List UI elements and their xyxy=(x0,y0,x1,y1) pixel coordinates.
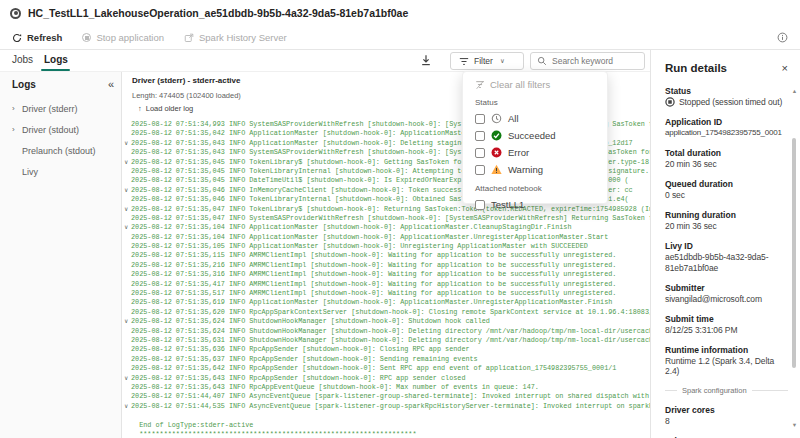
log-line: 2025-08-12 07:51:35,316 INFO AMRMClientI… xyxy=(124,270,650,279)
close-icon[interactable]: × xyxy=(782,63,788,74)
log-text: 2025-08-12 07:51:35,104 INFO Application… xyxy=(131,233,608,241)
clear-all-filters-button[interactable]: Clear all filters xyxy=(475,79,595,90)
search-input[interactable] xyxy=(552,56,638,66)
chevron-expand-icon[interactable]: ∨ xyxy=(124,158,128,167)
field-label: Application ID xyxy=(665,117,786,127)
run-details-fields: StatusStopped (session timed out)Applica… xyxy=(665,86,788,438)
chevron-right-icon[interactable]: › xyxy=(12,125,22,134)
log-line: 2025-08-12 07:51:44,407 INFO AsyncEventQ… xyxy=(124,392,650,401)
chevron-expand-icon[interactable]: ∨ xyxy=(124,186,128,195)
log-line: 2025-08-12 07:51:35,105 INFO Application… xyxy=(124,242,650,251)
checkbox[interactable] xyxy=(475,200,485,210)
field-value: 8/12/25 3:31:06 PM xyxy=(665,325,786,336)
chevron-down-icon: ∨ xyxy=(500,57,505,65)
log-text: 2025-08-12 07:51:35,517 INFO AMRMClientI… xyxy=(131,289,616,297)
run-detail-running-duration: Running duration20 min 36 sec xyxy=(665,210,786,232)
chevron-right-icon[interactable]: › xyxy=(12,104,22,113)
sidebar-item-driver-stderr[interactable]: ›Driver (stderr) xyxy=(0,98,121,119)
scroll-up-icon[interactable]: ▲ xyxy=(790,88,799,94)
checkbox[interactable] xyxy=(475,165,485,175)
stop-application-button[interactable]: Stop application xyxy=(82,32,164,43)
run-details-panel: Run details × StatusStopped (session tim… xyxy=(650,50,800,438)
error-icon xyxy=(491,147,502,158)
log-text: 2025-08-12 07:51:35,631 INFO ShutdownHoo… xyxy=(131,336,650,344)
collapse-sidebar-icon[interactable]: « xyxy=(108,79,114,90)
chevron-expand-icon[interactable]: ∨ xyxy=(124,317,128,326)
field-value: Runtime 1.2 (Spark 3.4, Delta 2.4) xyxy=(665,356,786,377)
filter-option-label: Succeeded xyxy=(508,130,556,141)
run-detail-queued-duration: Queued duration0 sec xyxy=(665,179,786,201)
log-end-note: End of LogType:stderr-active xyxy=(124,421,650,430)
stop-application-label: Stop application xyxy=(96,32,164,43)
titlebar: HC_TestLL1_LakehouseOperation_ae51dbdb-9… xyxy=(0,0,800,26)
spark-history-server-button[interactable]: Spark History Server xyxy=(184,32,287,43)
sidebar-item-livy[interactable]: Livy xyxy=(0,161,121,182)
run-details-header: Run details × xyxy=(665,62,788,74)
run-details-title: Run details xyxy=(665,62,727,74)
filter-option-succeeded[interactable]: Succeeded xyxy=(475,130,595,141)
checkbox[interactable] xyxy=(475,131,485,141)
field-label: Livy ID xyxy=(665,241,786,251)
chevron-expand-icon[interactable]: ∨ xyxy=(124,223,128,232)
run-detail-total-duration: Total duration20 min 36 sec xyxy=(665,148,786,170)
log-line: 2025-08-12 07:51:35,631 INFO ShutdownHoo… xyxy=(124,336,650,345)
external-link-icon xyxy=(184,33,194,43)
stop-icon xyxy=(82,33,91,42)
field-label: Queued duration xyxy=(665,179,786,189)
log-text: 2025-08-12 07:51:35,620 INFO RpcAppSpark… xyxy=(131,308,650,316)
active-tab-underline xyxy=(41,69,70,71)
log-line: 2025-08-12 07:51:35,047 INFO SystemSASPr… xyxy=(124,214,650,223)
tab-jobs[interactable]: Jobs xyxy=(12,54,33,65)
run-detail-application-id: Application IDapplication_1754982395755_… xyxy=(665,117,786,139)
sidebar-item-label: Livy xyxy=(22,167,38,177)
tab-bar: Jobs Logs Filter ∨ xyxy=(0,50,650,72)
status-group-label: Status xyxy=(475,98,595,107)
chevron-expand-icon[interactable]: ∨ xyxy=(124,402,128,411)
field-label: Running duration xyxy=(665,210,786,220)
sidebar-item-prelaunch-stdout[interactable]: Prelaunch (stdout) xyxy=(0,140,121,161)
download-icon xyxy=(420,54,432,67)
log-line: 2025-08-12 07:51:35,637 INFO RpcAppSende… xyxy=(124,355,650,364)
filter-option-warning[interactable]: Warning xyxy=(475,164,595,175)
log-text: 2025-08-12 07:51:35,624 INFO ShutdownHoo… xyxy=(131,327,650,335)
field-label: Status xyxy=(665,86,786,96)
field-label: Driver cores xyxy=(665,405,786,415)
log-text: 2025-08-12 07:51:35,642 INFO RpcAppSende… xyxy=(131,364,616,372)
notebook-options: TestLL1 xyxy=(475,199,595,210)
sidebar-list: ›Driver (stderr)›Driver (stdout)Prelaunc… xyxy=(0,98,121,182)
log-text: 2025-08-12 07:51:35,643 INFO RpcAppSende… xyxy=(131,374,465,382)
checkbox[interactable] xyxy=(475,148,485,158)
chevron-expand-icon[interactable]: ∨ xyxy=(124,139,128,148)
succeeded-icon xyxy=(491,130,502,141)
tab-logs[interactable]: Logs xyxy=(44,54,68,65)
scroll-down-icon[interactable]: ▼ xyxy=(790,422,799,428)
chevron-expand-icon[interactable]: ∨ xyxy=(124,205,128,214)
search-box xyxy=(530,52,645,70)
status-options: AllSucceededErrorWarning xyxy=(475,113,595,175)
download-log-button[interactable] xyxy=(420,54,432,67)
refresh-button[interactable]: Refresh xyxy=(12,32,62,43)
sidebar-item-driver-stdout[interactable]: ›Driver (stdout) xyxy=(0,119,121,140)
divider-label: Spark configuration xyxy=(682,386,747,395)
log-text: 2025-08-12 07:51:35,624 INFO ShutdownHoo… xyxy=(131,317,490,325)
filter-icon xyxy=(459,57,469,66)
chevron-expand-icon[interactable]: ∨ xyxy=(124,374,128,383)
log-line: ∨2025-08-12 07:51:35,104 INFO Applicatio… xyxy=(124,223,650,232)
filter-option-all[interactable]: All xyxy=(475,113,595,124)
notebook-option-testll1[interactable]: TestLL1 xyxy=(475,199,595,210)
run-detail-status: StatusStopped (session timed out) xyxy=(665,86,786,108)
filter-button[interactable]: Filter ∨ xyxy=(450,52,524,70)
run-details-scrollbar: ▲ ▼ xyxy=(790,82,799,434)
log-panel-title: Driver (stderr) - stderr-active xyxy=(132,76,240,85)
info-button[interactable] xyxy=(777,32,788,43)
log-text: 2025-08-12 07:51:35,619 INFO Application… xyxy=(131,298,612,306)
scrollbar-thumb[interactable] xyxy=(792,138,796,368)
filter-option-error[interactable]: Error xyxy=(475,147,595,158)
checkbox[interactable] xyxy=(475,114,485,124)
run-detail-submit-time: Submit time8/12/25 3:31:06 PM xyxy=(665,314,786,336)
filter-label: Filter xyxy=(474,56,493,66)
log-line: 2025-08-12 07:51:35,620 INFO RpcAppSpark… xyxy=(124,308,650,317)
log-sidebar: Logs « ›Driver (stderr)›Driver (stdout)P… xyxy=(0,72,122,438)
load-older-log-button[interactable]: ↑ Load older log xyxy=(138,104,193,113)
log-blank-line xyxy=(124,411,650,420)
